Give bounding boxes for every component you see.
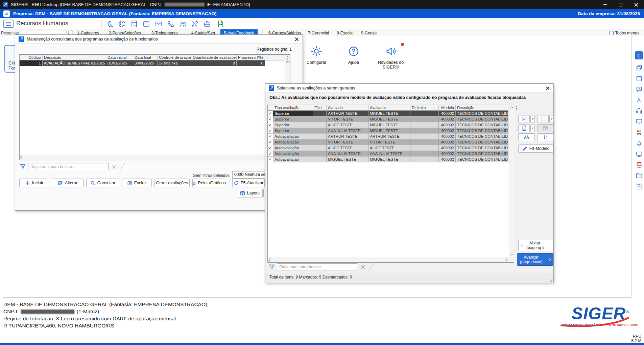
row-checkbox[interactable]: ✓ <box>268 134 273 139</box>
incluir-button[interactable]: Incluir <box>19 179 49 187</box>
resize-grip[interactable] <box>548 277 553 282</box>
layout-button[interactable]: Layout <box>237 189 263 197</box>
col-header[interactable]: Descrição <box>456 105 508 111</box>
gerar-avaliacoes-button[interactable]: Gerar avaliações <box>154 179 190 187</box>
col-header[interactable]: Controle de prazos <box>158 55 191 60</box>
uncheck-all-dropdown[interactable] <box>549 115 554 123</box>
scroll-left-button[interactable] <box>268 257 273 262</box>
table-row[interactable]: 1 AVALIAÇÃO SEMESTRAL 01/2025 01/01/2025… <box>20 60 285 66</box>
tasks-icon[interactable] <box>635 182 643 190</box>
menu-hamburger-button[interactable] <box>3 20 14 28</box>
scroll-right-button[interactable] <box>503 257 508 262</box>
table-row[interactable]: ✓SuperiorALICE TESTEMIGUEL TESTE400002TÉ… <box>268 122 508 128</box>
row-checkbox[interactable]: ✓ <box>268 157 273 162</box>
shortcut-configurar[interactable]: Configurar <box>298 46 335 65</box>
check-all-dropdown[interactable] <box>530 115 535 123</box>
row-checkbox[interactable]: ✓ <box>268 145 273 151</box>
help-bubble-icon[interactable] <box>635 85 643 93</box>
table-row[interactable]: ✓AutoavaliaçãoVITOR TESTEVITOR TESTE4000… <box>268 139 508 145</box>
dialog-search-input[interactable] <box>277 263 357 270</box>
phone-icon[interactable] <box>166 20 175 28</box>
f3-modelo-button[interactable]: F3-Modelo <box>518 144 553 153</box>
col-header[interactable]: Data final <box>133 55 158 60</box>
switch-company-icon[interactable] <box>3 10 10 17</box>
col-header[interactable]: Avaliado <box>327 105 368 111</box>
shortcut-ajuda[interactable]: Ajuda <box>335 46 372 65</box>
table-row[interactable]: ✓AutoavaliaçãoMIGUEL TESTEMIGUEL TESTE40… <box>268 157 508 162</box>
col-header[interactable]: Código <box>20 55 43 60</box>
consultar-button[interactable]: Consultar <box>86 179 119 187</box>
theme-palette-icon[interactable] <box>118 20 126 28</box>
shortcut-novidades[interactable]: Novidades do SIGER® <box>372 46 409 70</box>
avancar-button[interactable]: Avançar(page down) <box>517 253 553 266</box>
maximize-button[interactable] <box>613 0 628 9</box>
collapse-panel-icon[interactable] <box>635 51 643 59</box>
filter-icon[interactable] <box>20 164 26 171</box>
users-icon[interactable] <box>178 20 187 28</box>
tab-esocial[interactable]: 8-Esocial <box>335 29 355 36</box>
row-checkbox[interactable]: ✓ <box>268 139 273 145</box>
row-checkbox[interactable]: ✓ <box>268 122 273 128</box>
minimize-button[interactable] <box>597 0 613 9</box>
dialog-grid-hscrollbar[interactable] <box>268 257 514 262</box>
col-header-check[interactable] <box>268 105 273 111</box>
user-icon[interactable] <box>635 96 643 104</box>
window1-search-input[interactable] <box>28 163 109 170</box>
dialog-filter-icon[interactable] <box>269 264 275 271</box>
news-icon[interactable] <box>142 20 151 28</box>
col-header[interactable]: Dt limite <box>410 105 439 111</box>
calendar-icon[interactable] <box>635 74 643 82</box>
headset-icon[interactable] <box>635 107 643 115</box>
uncheck-all-button[interactable] <box>537 115 549 123</box>
tab-gerais[interactable]: 9-Gerais <box>359 29 379 36</box>
row-checkbox[interactable]: ✓ <box>268 111 273 116</box>
dialog-titlebar[interactable]: Selecione as avaliações a serem geradas <box>265 84 553 92</box>
bell-icon[interactable] <box>635 139 643 147</box>
export-dropdown[interactable] <box>530 124 535 132</box>
relatorios-button[interactable]: Relat./Gráficos <box>192 179 226 187</box>
dialog-column-options-icon[interactable] <box>516 106 517 110</box>
sort-az-button[interactable]: AZ <box>537 133 554 141</box>
col-header[interactable]: Filial <box>313 105 327 111</box>
todos-menus-toggle[interactable]: Todos menus <box>610 29 639 36</box>
col-header[interactable]: Progresso (%) <box>237 55 265 60</box>
apps-colored-icon[interactable] <box>635 128 643 136</box>
row-checkbox[interactable]: ✓ <box>268 128 273 134</box>
remote-access-icon[interactable] <box>635 117 643 126</box>
tools-icon[interactable] <box>191 20 199 28</box>
col-header[interactable]: Data inicial <box>106 55 133 60</box>
grid-hscrollbar[interactable] <box>20 155 290 160</box>
scroll-left-button[interactable] <box>20 155 25 160</box>
dialog-grid-vscrollbar[interactable] <box>509 105 514 262</box>
excluir-button[interactable]: Excluir <box>122 179 152 187</box>
night-mode-icon[interactable] <box>105 20 114 28</box>
row-checkbox[interactable]: ✓ <box>268 151 273 157</box>
window1-titlebar[interactable]: Manutenção consolidada dos programas de … <box>15 35 303 44</box>
table-row[interactable]: ✓AutoavaliaçãoANA JÚLIA TESTEANA JÚLIA T… <box>268 151 508 157</box>
table-row[interactable]: ✓SuperiorARTHUR TESTEMIGUEL TESTE400002T… <box>268 111 508 116</box>
tab-gerencial[interactable]: 7-Gerencial <box>306 29 331 36</box>
clear-search-icon[interactable] <box>112 164 117 169</box>
search-binoculars-button[interactable] <box>518 133 535 141</box>
table-row[interactable]: ✓SuperiorVITOR TESTEMIGUEL TESTE400002TÉ… <box>268 116 508 122</box>
scroll-up-button[interactable] <box>509 106 514 111</box>
col-header[interactable]: Tipo avaliação <box>273 105 313 111</box>
windows-icon[interactable] <box>635 63 643 72</box>
check-all-button[interactable] <box>518 115 530 123</box>
alterar-button[interactable]: Alterar <box>52 179 84 187</box>
col-header[interactable]: Descrição <box>43 55 106 60</box>
table-row[interactable]: ✓AutoavaliaçãoARTHUR TESTEARTHUR TESTE40… <box>268 134 508 139</box>
scroll-down-button[interactable] <box>509 251 514 256</box>
col-header[interactable]: Quantidade de avaliações <box>191 55 237 60</box>
folder-icon[interactable] <box>635 171 643 180</box>
scroll-up-button[interactable] <box>285 60 290 65</box>
export-xls-button[interactable]: XLS <box>518 124 530 132</box>
calculator-icon[interactable] <box>130 20 139 28</box>
atualizar-button[interactable]: F5-Atualizar <box>232 179 265 187</box>
toolbox-icon[interactable] <box>203 20 212 28</box>
window1-close-button[interactable] <box>294 36 300 42</box>
layout-grid-button[interactable] <box>537 124 554 132</box>
dialog-clear-search-icon[interactable] <box>361 265 365 269</box>
voltar-button[interactable]: Voltar(page up) <box>518 240 553 251</box>
dialog-close-button[interactable] <box>545 85 551 91</box>
